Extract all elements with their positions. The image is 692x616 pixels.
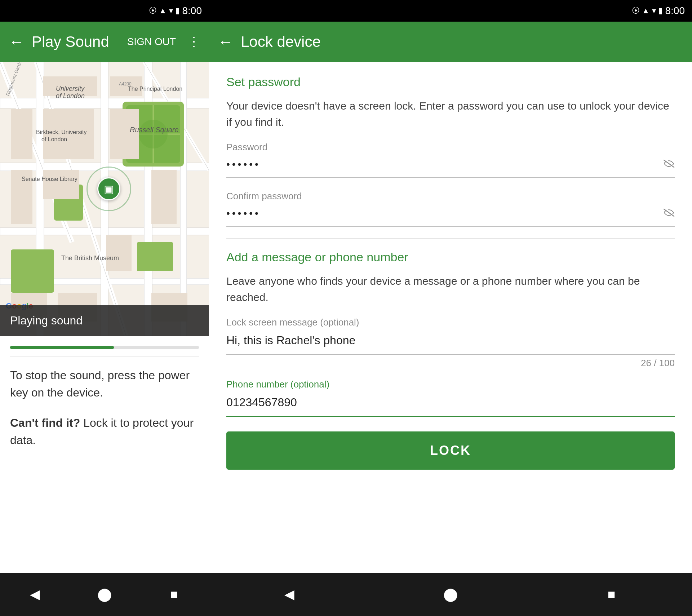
- svg-text:The Principal London: The Principal London: [128, 86, 182, 92]
- cant-find-bold: Can't find it?: [10, 416, 80, 429]
- svg-rect-28: [151, 170, 177, 224]
- device-phone-icon: ▣: [104, 183, 114, 195]
- left-nav-bar: ◀ ⬤ ■: [0, 573, 209, 616]
- svg-point-19: [139, 120, 168, 149]
- info-section: To stop the sound, press the power key o…: [0, 367, 209, 449]
- message-section-title: Add a message or phone number: [226, 250, 675, 264]
- svg-rect-25: [11, 109, 32, 159]
- left-back-button[interactable]: ←: [9, 33, 25, 51]
- svg-text:The British Museum: The British Museum: [61, 254, 119, 262]
- svg-text:Russell Square: Russell Square: [130, 126, 179, 134]
- playing-sound-bar: Playing sound: [0, 305, 209, 336]
- right-nav-back[interactable]: ◀: [275, 580, 304, 609]
- right-app-bar: ← Lock device: [209, 22, 692, 62]
- phone-input-row: 01234567890: [226, 393, 675, 417]
- svg-text:of London: of London: [41, 136, 67, 142]
- confirm-password-input-row: ••••••: [226, 205, 675, 227]
- confirm-visibility-icon[interactable]: [663, 207, 675, 220]
- signal-icon: ▲: [159, 6, 167, 15]
- progress-section: [0, 336, 209, 356]
- message-placeholder-label: Lock screen message (optional): [226, 317, 675, 328]
- right-battery-icon: ▮: [658, 6, 662, 15]
- right-status-bar: ⦿ ▲ ▾ ▮ 8:00: [209, 0, 692, 22]
- svg-rect-33: [106, 235, 132, 271]
- right-app-title: Lock device: [241, 33, 683, 50]
- set-password-title: Set password: [226, 75, 675, 89]
- password-dots[interactable]: ••••••: [226, 156, 663, 173]
- svg-text:of London: of London: [56, 92, 85, 99]
- section-divider-1: [226, 238, 675, 239]
- right-location-icon: ⦿: [632, 6, 640, 15]
- confirm-password-dots[interactable]: ••••••: [226, 205, 663, 222]
- right-nav-recent[interactable]: ■: [597, 580, 626, 609]
- svg-text:A4200: A4200: [119, 81, 132, 87]
- phone-label: Phone number (optional): [226, 379, 675, 390]
- lock-button[interactable]: LOCK: [226, 431, 675, 470]
- svg-text:Birkbeck, University: Birkbeck, University: [36, 129, 86, 135]
- lock-message-input[interactable]: Hi, this is Rachel's phone: [226, 331, 675, 350]
- svg-rect-27: [110, 109, 139, 159]
- right-signal-icon: ▲: [642, 6, 650, 15]
- left-nav-home[interactable]: ⬤: [90, 580, 119, 609]
- sign-out-button[interactable]: SIGN OUT: [123, 33, 180, 50]
- wifi-icon: ▾: [169, 6, 173, 15]
- left-time: 8:00: [182, 5, 202, 17]
- svg-text:Senate House Library: Senate House Library: [22, 176, 77, 182]
- cant-find-text: Can't find it? Lock it to protect your d…: [10, 414, 199, 449]
- svg-text:University: University: [56, 85, 85, 92]
- char-count: 26 / 100: [226, 358, 675, 369]
- left-app-bar: ← Play Sound SIGN OUT ⋮: [0, 22, 209, 62]
- left-nav-back[interactable]: ◀: [21, 580, 49, 609]
- left-status-bar: ⦿ ▲ ▾ ▮ 8:00: [0, 0, 209, 22]
- playing-text: Playing sound: [10, 314, 83, 327]
- status-icons: ⦿ ▲ ▾ ▮: [149, 6, 179, 15]
- right-wifi-icon: ▾: [652, 6, 656, 15]
- left-nav-recent[interactable]: ■: [160, 580, 188, 609]
- password-label: Password: [226, 142, 675, 153]
- right-nav-bar: ◀ ⬤ ■: [209, 573, 692, 616]
- more-options-icon[interactable]: ⋮: [187, 34, 200, 49]
- message-desc: Leave anyone who finds your device a mes…: [226, 273, 675, 305]
- set-password-desc: Your device doesn't have a screen lock. …: [226, 98, 675, 130]
- svg-rect-30: [43, 170, 79, 199]
- right-back-button[interactable]: ←: [218, 33, 234, 51]
- lock-message-input-row: Hi, this is Rachel's phone: [226, 331, 675, 355]
- svg-rect-22: [137, 242, 173, 271]
- left-app-title: Play Sound: [32, 33, 116, 50]
- battery-icon: ▮: [175, 6, 179, 15]
- progress-fill: [10, 346, 114, 349]
- password-visibility-icon[interactable]: [663, 158, 675, 170]
- left-panel: ⦿ ▲ ▾ ▮ 8:00 ← Play Sound SIGN OUT ⋮: [0, 0, 209, 616]
- right-content: Set password Your device doesn't have a …: [209, 62, 692, 573]
- svg-rect-21: [11, 249, 54, 293]
- phone-input[interactable]: 01234567890: [226, 393, 675, 412]
- divider-1: [10, 356, 199, 356]
- map-container: University of London The Principal Londo…: [0, 62, 209, 336]
- progress-track: [10, 346, 199, 349]
- right-status-icons: ⦿ ▲ ▾ ▮: [632, 6, 662, 15]
- location-icon: ⦿: [149, 6, 157, 15]
- device-pin: ▣: [97, 177, 120, 200]
- confirm-password-label: Confirm password: [226, 191, 675, 202]
- right-panel: ⦿ ▲ ▾ ▮ 8:00 ← Lock device Set password …: [209, 0, 692, 616]
- right-time: 8:00: [665, 5, 685, 17]
- set-password-section: Set password Your device doesn't have a …: [226, 75, 675, 227]
- right-nav-home[interactable]: ⬤: [436, 580, 465, 609]
- stop-info-text: To stop the sound, press the power key o…: [10, 367, 199, 401]
- add-message-section: Add a message or phone number Leave anyo…: [226, 250, 675, 417]
- password-input-row: ••••••: [226, 156, 675, 178]
